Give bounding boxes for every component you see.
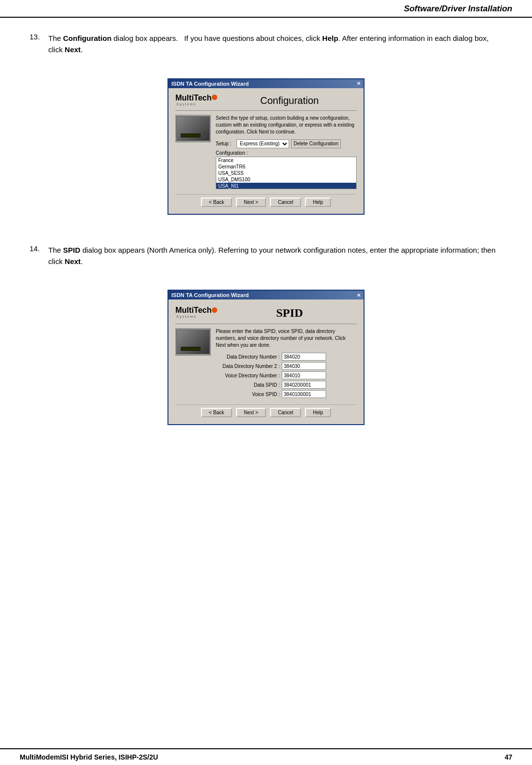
spid-logo-circle-icon bbox=[212, 307, 217, 313]
spid-input-4[interactable] bbox=[282, 390, 326, 398]
config-dialog-title-text: ISDN TA Configuration Wizard bbox=[171, 81, 249, 87]
config-dialog-titlebar: ISDN TA Configuration Wizard ✕ bbox=[168, 79, 364, 88]
delete-config-button[interactable]: Delete Configuration bbox=[291, 139, 341, 148]
spid-field-row-1: Data Directory Number 2 : bbox=[216, 362, 357, 370]
spid-device-content-row: Please enter the data SPID, voice SPID, … bbox=[175, 328, 357, 399]
spid-label-2: Voice Directory Number : bbox=[216, 373, 280, 378]
config-item-germantr6[interactable]: GermanTR6 bbox=[216, 164, 356, 170]
config-dialog: ISDN TA Configuration Wizard ✕ MultiTech… bbox=[167, 78, 365, 215]
config-item-usadms100[interactable]: USA_DMS100 bbox=[216, 176, 356, 183]
spid-dialog: ISDN TA Configuration Wizard ✕ MultiTech… bbox=[167, 290, 365, 425]
device-image bbox=[175, 115, 211, 142]
footer-left: MultiModemISI Hybrid Series, ISIHP-2S/2U bbox=[20, 753, 158, 761]
spid-input-0[interactable] bbox=[282, 353, 326, 361]
spid-field-row-4: Voice SPID : bbox=[216, 390, 357, 398]
spid-field-row-3: Data SPID : bbox=[216, 381, 357, 389]
spid-dialog-titlebar: ISDN TA Configuration Wizard ✕ bbox=[168, 291, 364, 299]
footer-page-number: 47 bbox=[504, 753, 512, 761]
device-led bbox=[181, 133, 200, 137]
spid-logo-systems: Systems bbox=[176, 315, 197, 318]
config-logo: MultiTech Systems bbox=[175, 94, 217, 106]
config-cancel-button[interactable]: Cancel bbox=[270, 198, 301, 207]
step-14-number: 14. bbox=[30, 244, 48, 267]
config-next-button[interactable]: Next > bbox=[236, 198, 266, 207]
page-footer: MultiModemISI Hybrid Series, ISIHP-2S/2U… bbox=[0, 748, 532, 765]
spid-logo-multi: Multi bbox=[175, 306, 194, 315]
spid-description: Please enter the data SPID, voice SPID, … bbox=[216, 328, 357, 349]
step-13-text: The Configuration dialog box appears. If… bbox=[48, 33, 502, 56]
main-content: 13. The Configuration dialog box appears… bbox=[0, 18, 532, 748]
spid-label-3: Data SPID : bbox=[216, 382, 280, 388]
spid-input-1[interactable] bbox=[282, 362, 326, 370]
config-content-col: Select the type of setup, custom buildin… bbox=[211, 115, 357, 189]
step-13-para: 13. The Configuration dialog box appears… bbox=[30, 33, 502, 56]
config-dialog-buttons: < Back Next > Cancel Help bbox=[175, 194, 357, 209]
config-help-button[interactable]: Help bbox=[305, 198, 331, 207]
step-13-bold1: Configuration bbox=[63, 34, 111, 42]
spid-logo-title-row: MultiTech Systems SPID bbox=[175, 304, 357, 324]
spid-dialog-close-icon: ✕ bbox=[357, 293, 361, 298]
device-img-inner bbox=[176, 116, 210, 141]
step-14-para: 14. The SPID dialog box appears (North A… bbox=[30, 244, 502, 267]
spid-logo-tech: Tech bbox=[194, 306, 211, 315]
config-setup-label: Setup : bbox=[216, 141, 234, 146]
spid-label-0: Data Directory Number : bbox=[216, 354, 280, 360]
config-list-label: Configuration : bbox=[216, 150, 357, 156]
config-dialog-heading: Configuration bbox=[222, 93, 357, 106]
config-item-usa5ess[interactable]: USA_5ESS bbox=[216, 170, 356, 176]
logo-systems: Systems bbox=[176, 102, 197, 106]
config-back-button[interactable]: < Back bbox=[201, 198, 232, 207]
config-dialog-body: MultiTech Systems Configuration bbox=[168, 88, 364, 214]
spid-label-1: Data Directory Number 2 : bbox=[216, 364, 280, 369]
step-14-bold1: SPID bbox=[63, 246, 80, 254]
spid-input-2[interactable] bbox=[282, 371, 326, 379]
spid-logo: MultiTech Systems bbox=[175, 306, 217, 318]
page-container: Software/Driver Installation 13. The Con… bbox=[0, 0, 532, 765]
spid-field-row-0: Data Directory Number : bbox=[216, 353, 357, 361]
spid-label-4: Voice SPID : bbox=[216, 392, 280, 397]
step-14-bold2: Next bbox=[65, 257, 81, 266]
config-listbox[interactable]: France GermanTR6 USA_5ESS USA_DMS100 USA… bbox=[216, 157, 357, 189]
spid-cancel-button[interactable]: Cancel bbox=[270, 408, 301, 417]
step-13-number: 13. bbox=[30, 33, 48, 56]
spid-dialog-buttons: < Back Next > Cancel Help bbox=[175, 404, 357, 419]
config-description: Select the type of setup, custom buildin… bbox=[216, 115, 357, 135]
spid-input-3[interactable] bbox=[282, 381, 326, 389]
spid-device-led bbox=[181, 347, 200, 351]
config-item-usani1[interactable]: USA_NI1 bbox=[216, 183, 356, 189]
config-item-france[interactable]: France bbox=[216, 157, 356, 164]
config-logo-title-row: MultiTech Systems Configuration bbox=[175, 93, 357, 111]
spid-help-button[interactable]: Help bbox=[305, 408, 331, 417]
spid-dialog-title-text: ISDN TA Configuration Wizard bbox=[171, 292, 249, 298]
spid-back-button[interactable]: < Back bbox=[201, 408, 232, 417]
config-device-content-row: Select the type of setup, custom buildin… bbox=[175, 115, 357, 189]
step-13-bold2: Help bbox=[322, 34, 338, 42]
spid-dialog-body: MultiTech Systems SPID bbox=[168, 299, 364, 424]
spid-content-col: Please enter the data SPID, voice SPID, … bbox=[211, 328, 357, 399]
spid-device-image bbox=[175, 328, 211, 356]
header-title: Software/Driver Installation bbox=[404, 4, 512, 13]
spid-next-button[interactable]: Next > bbox=[236, 408, 266, 417]
config-dialog-close-icon: ✕ bbox=[357, 81, 361, 86]
page-header: Software/Driver Installation bbox=[0, 0, 532, 18]
step-13-bold3: Next bbox=[65, 45, 81, 54]
logo-circle-icon bbox=[212, 95, 217, 100]
config-setup-row: Setup : Express (Existing) Custom (New) … bbox=[216, 139, 357, 148]
spid-field-row-2: Voice Directory Number : bbox=[216, 371, 357, 379]
spid-dialog-heading: SPID bbox=[222, 304, 357, 320]
step-14-text: The SPID dialog box appears (North Ameri… bbox=[48, 244, 502, 267]
spid-device-img-inner bbox=[176, 330, 210, 354]
logo-multi: Multi bbox=[175, 94, 194, 102]
config-setup-select[interactable]: Express (Existing) Custom (New) Custom (… bbox=[236, 139, 289, 148]
logo-tech: Tech bbox=[194, 94, 211, 102]
